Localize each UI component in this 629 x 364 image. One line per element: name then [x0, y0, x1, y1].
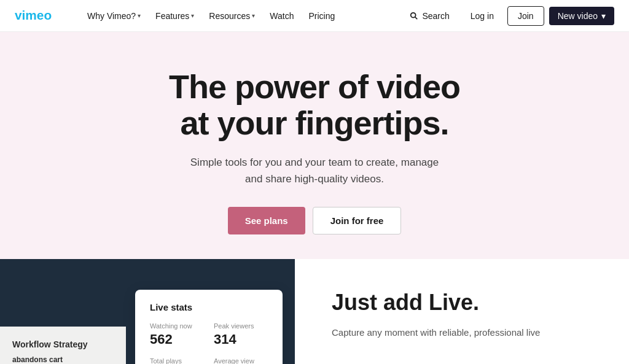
- stat-total-plays: Total plays 768: [150, 357, 204, 364]
- chevron-down-icon: ▾: [191, 12, 194, 19]
- bottom-section: Workflow Strategy abandons cart 1 hr del…: [0, 259, 629, 364]
- thumbnail-text: Workflow Strategy abandons cart 1 hr del…: [0, 327, 126, 364]
- live-stats-card: Live stats Watching now 562 Peak viewers…: [135, 290, 283, 364]
- new-video-button[interactable]: New video ▾: [549, 7, 614, 25]
- see-plans-button[interactable]: See plans: [228, 207, 305, 234]
- vimeo-logo-icon: vimeo: [15, 7, 64, 25]
- main-nav: Why Vimeo? ▾ Features ▾ Resources ▾ Watc…: [81, 7, 402, 25]
- logo[interactable]: vimeo: [15, 7, 64, 25]
- just-add-live-subtitle: Capture any moment with reliable, profes…: [332, 325, 590, 340]
- stat-avg-view-time: Average view time 25:37:18: [214, 357, 268, 364]
- chevron-down-icon: ▾: [601, 11, 606, 21]
- hero-title: The power of video at your fingertips.: [12, 69, 617, 142]
- join-for-free-button[interactable]: Join for free: [313, 207, 402, 234]
- hero-subtitle: Simple tools for you and your team to cr…: [186, 154, 443, 187]
- live-stats-title: Live stats: [150, 302, 268, 312]
- login-button[interactable]: Log in: [462, 7, 502, 25]
- right-panel: Just add Live. Capture any moment with r…: [295, 259, 629, 364]
- nav-item-pricing[interactable]: Pricing: [302, 7, 341, 25]
- hero-buttons: See plans Join for free: [12, 207, 617, 234]
- nav-item-watch[interactable]: Watch: [264, 7, 300, 25]
- stats-grid: Watching now 562 Peak viewers 314 Total …: [150, 322, 268, 364]
- svg-text:vimeo: vimeo: [15, 8, 52, 22]
- left-panel: Workflow Strategy abandons cart 1 hr del…: [0, 259, 295, 364]
- stat-watching-now: Watching now 562: [150, 322, 204, 347]
- nav-item-features[interactable]: Features ▾: [149, 7, 200, 25]
- nav-item-resources[interactable]: Resources ▾: [203, 7, 261, 25]
- hero-section: The power of video at your fingertips. S…: [0, 32, 629, 259]
- nav-item-why-vimeo[interactable]: Why Vimeo? ▾: [81, 7, 147, 25]
- join-button[interactable]: Join: [507, 6, 544, 26]
- search-button[interactable]: Search: [402, 7, 456, 25]
- svg-point-1: [411, 12, 416, 17]
- video-thumbnail: Workflow Strategy abandons cart 1 hr del…: [0, 327, 126, 364]
- navbar: vimeo Why Vimeo? ▾ Features ▾ Resources …: [0, 0, 629, 32]
- just-add-live-title: Just add Live.: [332, 290, 592, 316]
- navbar-actions: Search Log in Join New video ▾: [402, 6, 614, 26]
- chevron-down-icon: ▾: [138, 12, 141, 19]
- search-icon: [410, 12, 418, 20]
- stat-peak-viewers: Peak viewers 314: [214, 322, 268, 347]
- chevron-down-icon: ▾: [252, 12, 255, 19]
- svg-line-2: [415, 17, 418, 19]
